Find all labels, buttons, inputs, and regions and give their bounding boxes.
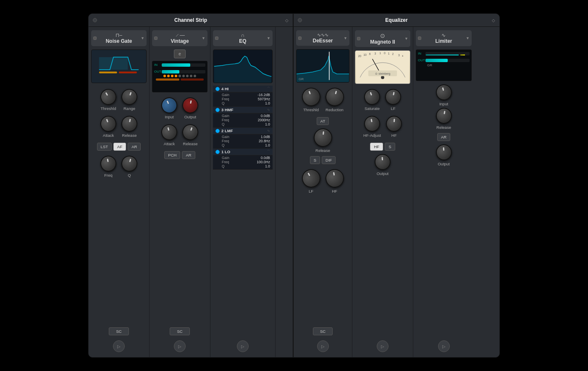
eq-4hi-q-value: 1.0 xyxy=(265,101,270,105)
eq-3hmf-q-value: 1.0 xyxy=(265,122,270,126)
limiter-output-knob[interactable] xyxy=(435,144,452,161)
ng-ar-button[interactable]: AR xyxy=(128,143,141,151)
limiter-in-track xyxy=(425,52,470,55)
ng-q-knob[interactable] xyxy=(120,154,139,174)
eq-band-3hmf-params: Gain0.0dB Freq2000Hz Q1.0 xyxy=(213,113,273,128)
eq-band-2lmf-params: Gain1.0dB Freq20.8Hz Q1.0 xyxy=(213,134,273,149)
deesser-s-button[interactable]: S xyxy=(310,156,320,164)
limiter-play-button[interactable]: ▷ xyxy=(438,340,450,352)
magneto-output-label: Output xyxy=(377,171,389,176)
magneto-saturate-knob-container: Saturate xyxy=(364,89,380,111)
vintage-attack-knob[interactable] xyxy=(160,123,179,142)
magneto-hf-button[interactable]: HF xyxy=(370,143,383,151)
eq-enable[interactable] xyxy=(215,37,218,40)
eq-band-2lmf-enable[interactable] xyxy=(215,129,220,133)
magneto-enable[interactable] xyxy=(357,37,360,40)
vintage-release-knob[interactable] xyxy=(180,122,201,143)
deesser-dropdown[interactable]: ▼ xyxy=(344,36,347,40)
eq-title-bar[interactable]: ∩ EQ ▼ xyxy=(213,30,273,46)
eq-name: EQ xyxy=(239,38,246,44)
ng-af-button[interactable]: AF xyxy=(113,143,126,151)
deesser-play-button[interactable]: ▷ xyxy=(317,340,329,352)
main-container: Channel Strip ◇ ⊓– Noise Gate ▼ xyxy=(88,13,500,358)
magneto-output-knob[interactable] xyxy=(374,153,391,170)
deesser-dif-button[interactable]: DIF xyxy=(322,156,336,164)
ng-attack-knob-container: Attack xyxy=(100,116,116,138)
noise-gate-icon: ⊓– xyxy=(116,32,122,38)
deesser-sc-button[interactable]: SC xyxy=(313,327,333,335)
vintage-release-label: Release xyxy=(183,141,198,146)
equalizer-header: Equalizer ◇ xyxy=(294,14,499,27)
noise-gate-dropdown[interactable]: ▼ xyxy=(141,36,144,40)
vintage-pch-button[interactable]: PCH xyxy=(164,151,180,159)
noise-gate-enable[interactable] xyxy=(93,37,97,40)
limiter-title-bar[interactable]: ∿ Limiter ▼ xyxy=(416,30,472,46)
magneto-lf-knob[interactable] xyxy=(384,88,402,106)
noise-gate-title-bar[interactable]: ⊓– Noise Gate ▼ xyxy=(91,30,147,46)
svg-point-19 xyxy=(381,76,384,79)
eq-band-1lo-params: Gain0.0dB Freq100.0Hz Q1.0 xyxy=(213,155,273,170)
deesser-threshold-knob[interactable] xyxy=(299,85,323,109)
limiter-ar-button[interactable]: AR xyxy=(437,133,450,141)
deesser-title-bar[interactable]: ∿∿∿ DeEsser ▼ xyxy=(296,30,349,46)
ng-q-knob-container: Q xyxy=(121,156,137,178)
eq-band-4hi-enable[interactable] xyxy=(215,87,220,91)
ng-freq-knob[interactable] xyxy=(99,154,118,173)
ng-lst-button[interactable]: LST xyxy=(97,143,112,151)
eq-dropdown[interactable]: ▼ xyxy=(267,36,270,40)
vintage-input-knob[interactable] xyxy=(159,95,180,116)
vintage-output-knob[interactable] xyxy=(181,96,200,115)
deesser-enable[interactable] xyxy=(298,37,302,40)
ng-release-knob[interactable] xyxy=(120,115,139,133)
vintage-play-button[interactable]: ▷ xyxy=(174,340,186,352)
channel-strip-dot[interactable] xyxy=(93,18,97,22)
eq-band-3hmf-header[interactable]: 3 HMF ∿ xyxy=(213,107,273,113)
eq-band-1lo-enable[interactable] xyxy=(215,150,220,154)
vintage-e-button[interactable]: e xyxy=(174,50,186,58)
ng-play-button[interactable]: ▷ xyxy=(113,340,125,352)
deesser-at-button[interactable]: AT xyxy=(317,117,329,125)
magneto-hf-knob[interactable] xyxy=(386,115,403,132)
deesser-lf-knob[interactable] xyxy=(298,166,323,191)
deesser-release-knob[interactable] xyxy=(313,128,333,148)
limiter-output-knob-container: Output xyxy=(436,144,452,166)
vintage-sc-button[interactable]: SC xyxy=(170,327,189,335)
limiter-dropdown[interactable]: ▼ xyxy=(466,36,470,40)
limiter-release-knob[interactable] xyxy=(434,107,453,125)
eq-band-4hi-header[interactable]: 4 HI ⌒ xyxy=(213,86,273,92)
magneto-hfadjust-knob[interactable] xyxy=(363,115,381,133)
eq-play-button[interactable]: ▷ xyxy=(237,340,249,352)
vintage-title-bar[interactable]: ⟋— Vintage ▼ xyxy=(152,30,207,46)
dot-2 xyxy=(167,75,170,77)
deesser-release-row: Release xyxy=(296,128,349,153)
magneto-s-button[interactable]: S xyxy=(385,143,395,151)
eq-band-2lmf-header[interactable]: 2 LMF ∿ xyxy=(213,128,273,134)
limiter-output-label: Output xyxy=(438,162,450,166)
vintage-knobs-row2: Attack Release xyxy=(152,123,207,148)
deesser-hf-knob[interactable] xyxy=(324,168,345,189)
limiter-input-knob[interactable] xyxy=(434,83,454,102)
vintage-enable[interactable] xyxy=(154,37,158,40)
eq-band-1lo-header[interactable]: 1 LO ⌒ xyxy=(213,149,273,155)
magneto-saturate-knob[interactable] xyxy=(362,87,383,107)
eq-1lo-q-value: 1.0 xyxy=(265,164,270,168)
vintage-dropdown[interactable]: ▼ xyxy=(202,36,205,40)
ng-range-knob[interactable] xyxy=(119,87,140,107)
dot-6 xyxy=(182,75,185,77)
magneto-title-bar[interactable]: ⊙ Magneto II ▼ xyxy=(355,30,410,47)
ng-attack-knob[interactable] xyxy=(98,114,119,134)
magneto-play-button[interactable]: ▷ xyxy=(377,340,388,352)
vintage-in-track xyxy=(162,63,205,67)
vintage-ar-button[interactable]: AR xyxy=(182,151,195,159)
ng-release-label: Release xyxy=(122,133,137,138)
limiter-in-meter-row: IN xyxy=(418,52,470,55)
ng-sc-button[interactable]: SC xyxy=(109,327,129,335)
equalizer-dot[interactable] xyxy=(298,18,302,22)
eq-band-3hmf-enable[interactable] xyxy=(215,108,220,112)
eq-band-3hmf-name: 3 HMF xyxy=(221,107,234,112)
vintage-meter-display: IN OUT xyxy=(152,61,207,92)
magneto-dropdown[interactable]: ▼ xyxy=(404,37,408,41)
deesser-reduction-knob[interactable] xyxy=(323,86,346,108)
limiter-enable[interactable] xyxy=(418,37,421,40)
ng-threshold-knob[interactable] xyxy=(97,86,119,108)
